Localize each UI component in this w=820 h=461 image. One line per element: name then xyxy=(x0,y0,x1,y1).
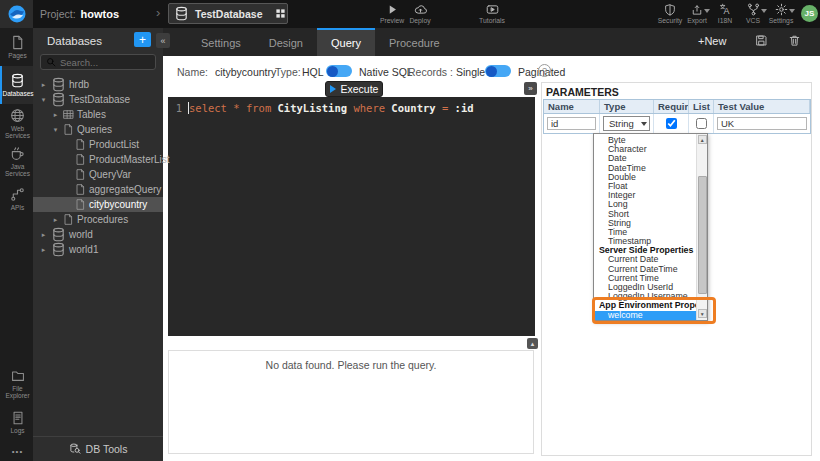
type-option-hql[interactable]: HQL xyxy=(302,66,324,78)
wavemaker-ide: Project: howtos › TestDatabase PreviewDe… xyxy=(0,0,820,461)
dropdown-item-current-date[interactable]: Current Date xyxy=(594,255,696,264)
tree-item-citybycountry[interactable]: citybycountry xyxy=(33,197,163,212)
user-avatar[interactable]: JS xyxy=(801,5,818,22)
tree-item-label: aggregateQuery xyxy=(89,184,161,195)
trash-icon[interactable] xyxy=(788,34,801,47)
preview-icon-wrap xyxy=(387,3,398,16)
tree-item-label: Tables xyxy=(77,109,106,120)
search-input[interactable] xyxy=(60,57,150,68)
tree-item-world1[interactable]: ▸world1 xyxy=(33,242,163,257)
panel-header: Databases + xyxy=(33,28,163,52)
dropdown-item-current-time[interactable]: Current Time xyxy=(594,274,696,283)
rail-item-web-services[interactable]: Web Services xyxy=(0,104,33,142)
caret-right-icon: ▸ xyxy=(51,111,60,119)
sql-editor[interactable]: 1 select * from CityListing where Countr… xyxy=(168,97,535,336)
wavemaker-logo[interactable] xyxy=(0,0,33,28)
rail-item-file-explorer[interactable]: File Explorer xyxy=(0,365,33,403)
tree-item-productlist[interactable]: ProductList xyxy=(33,137,163,152)
rail-item-pages[interactable]: Pages xyxy=(0,28,33,66)
collapse-panel-button[interactable]: « xyxy=(156,33,170,48)
list-checkbox[interactable] xyxy=(696,118,707,129)
db-tools-button[interactable]: DB Tools xyxy=(33,436,163,461)
dropdown-item-loggedin-username[interactable]: LoggedIn Username xyxy=(594,292,696,301)
tree-item-tables[interactable]: ▸Tables xyxy=(33,107,163,122)
search-icon xyxy=(46,57,56,67)
pages-label: Pages xyxy=(3,52,33,59)
caret-down-icon: ▾ xyxy=(51,126,60,134)
dropdown-item-welcome[interactable]: welcome xyxy=(594,311,696,320)
tree-item-queries[interactable]: ▾Queries xyxy=(33,122,163,137)
new-query-button[interactable]: +New xyxy=(698,35,726,47)
dropdown-item-double[interactable]: Double xyxy=(594,173,696,182)
tab-settings[interactable]: Settings xyxy=(187,28,255,56)
dropdown-item-character[interactable]: Character xyxy=(594,145,696,154)
rail-item-more[interactable]: ••• xyxy=(0,441,33,461)
dropdown-item-float[interactable]: Float xyxy=(594,182,696,191)
tree-item-productmasterlist[interactable]: ProductMasterList xyxy=(33,152,163,167)
tree-item-label: Queries xyxy=(77,124,112,135)
rail-item-databases[interactable]: Databases xyxy=(0,66,33,104)
records-toggle[interactable] xyxy=(485,65,511,77)
rail-item-java-services[interactable]: Java Services xyxy=(0,142,33,180)
collapse-parameters-button[interactable]: » xyxy=(524,82,537,95)
param-type-select[interactable]: String xyxy=(603,116,650,131)
tab-design[interactable]: Design xyxy=(255,28,317,56)
dropdown-item-datetime[interactable]: DateTime xyxy=(594,164,696,173)
test-value-input[interactable] xyxy=(717,117,807,130)
rail-item-apis[interactable]: APIs xyxy=(0,180,33,218)
save-icon[interactable] xyxy=(755,34,768,47)
help-icon[interactable]: ? xyxy=(538,64,551,77)
scrollbar-thumb[interactable] xyxy=(698,176,707,294)
sql-token: select xyxy=(188,102,227,114)
scroll-down-icon[interactable]: ▼ xyxy=(698,309,707,318)
type-toggle[interactable] xyxy=(326,65,352,77)
tree-item-label: world1 xyxy=(69,244,98,255)
tree-item-world[interactable]: ▸world xyxy=(33,227,163,242)
tree-item-testdatabase[interactable]: ▾TestDatabase xyxy=(33,92,163,107)
tutorials-button[interactable]: Tutorials xyxy=(476,3,508,24)
search-box[interactable] xyxy=(40,54,156,70)
tree-item-hrdb[interactable]: ▸hrdb xyxy=(33,77,163,92)
wavemaker-logo-icon xyxy=(8,5,26,23)
execute-button[interactable]: Execute xyxy=(325,81,383,97)
required-checkbox[interactable] xyxy=(666,118,677,129)
type-label: Type: xyxy=(275,66,301,78)
export-up-icon xyxy=(691,4,703,16)
settings-button[interactable]: Settings xyxy=(765,3,797,24)
database-icon xyxy=(51,77,66,92)
deploy-button[interactable]: Deploy xyxy=(404,3,436,24)
records-option-single[interactable]: Single xyxy=(456,66,485,78)
dropdown-item-short[interactable]: Short xyxy=(594,210,696,219)
project-name: howtos xyxy=(81,8,120,20)
tree-item-aggregatequery[interactable]: aggregateQuery xyxy=(33,182,163,197)
page-icon xyxy=(10,35,25,50)
collapse-editor-button[interactable]: ▲ xyxy=(527,338,538,349)
rail-item-logs[interactable]: Logs xyxy=(0,403,33,441)
export-icon-wrap xyxy=(691,3,703,16)
dropdown-item-current-datetime[interactable]: Current DateTime xyxy=(594,265,696,274)
dropdown-item-date[interactable]: Date xyxy=(594,154,696,163)
tree-item-procedures[interactable]: ▸Procedures xyxy=(33,212,163,227)
tab-query[interactable]: Query xyxy=(317,28,375,56)
add-database-button[interactable]: + xyxy=(134,32,151,47)
shield-icon xyxy=(664,4,676,16)
tab-procedure[interactable]: Procedure xyxy=(375,28,454,56)
vcs-label: VCS xyxy=(746,17,760,24)
dropdown-item-loggedin-userid[interactable]: LoggedIn UserId xyxy=(594,283,696,292)
tree-item-queryvar[interactable]: QueryVar xyxy=(33,167,163,182)
gear-icon xyxy=(775,3,788,16)
param-name-input[interactable] xyxy=(547,117,596,130)
scroll-up-icon[interactable]: ▲ xyxy=(698,135,707,144)
sql-code-line[interactable]: select * from CityListing where Country … xyxy=(188,102,474,114)
dropdown-scrollbar[interactable]: ▲ ▼ xyxy=(696,134,707,320)
dropdown-item-integer[interactable]: Integer xyxy=(594,191,696,200)
dropdown-item-time[interactable]: Time xyxy=(594,228,696,237)
file-icon xyxy=(63,124,74,135)
dropdown-item-byte[interactable]: Byte xyxy=(594,136,696,145)
type-option-nativesql[interactable]: Native SQL xyxy=(359,66,413,78)
dropdown-item-timestamp[interactable]: Timestamp xyxy=(594,237,696,246)
i18n-icon-wrap: A xyxy=(719,3,732,16)
testdatabase-chip[interactable]: TestDatabase xyxy=(168,3,288,24)
dropdown-item-long[interactable]: Long xyxy=(594,200,696,209)
dropdown-item-string[interactable]: String xyxy=(594,219,696,228)
